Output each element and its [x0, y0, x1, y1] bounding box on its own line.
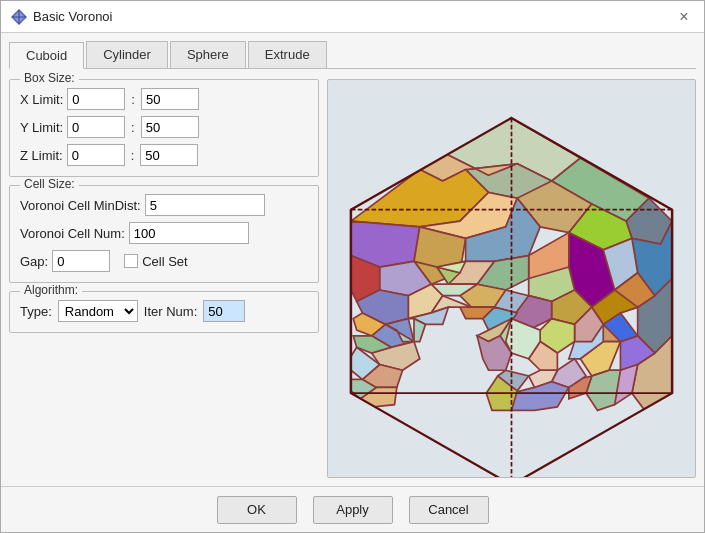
z-limit-row: Z Limit: :	[20, 144, 308, 166]
cellnum-label: Voronoi Cell Num:	[20, 226, 125, 241]
y-min-input[interactable]	[67, 116, 125, 138]
app-icon	[11, 9, 27, 25]
left-panel: Box Size: X Limit: : Y Limit: :	[9, 79, 319, 478]
ok-button[interactable]: OK	[217, 496, 297, 524]
iter-label: Iter Num:	[144, 304, 197, 319]
cell-size-group: Cell Size: Voronoi Cell MinDist: Voronoi…	[9, 185, 319, 283]
algorithm-label: Algorithm:	[20, 283, 82, 297]
tab-cuboid[interactable]: Cuboid	[9, 42, 84, 69]
x-limit-row: X Limit: :	[20, 88, 308, 110]
x-colon: :	[131, 92, 135, 107]
z-max-input[interactable]	[140, 144, 198, 166]
gap-input[interactable]	[52, 250, 110, 272]
x-min-input[interactable]	[67, 88, 125, 110]
y-max-input[interactable]	[141, 116, 199, 138]
z-limit-label: Z Limit:	[20, 148, 63, 163]
gap-row: Gap: Cell Set	[20, 250, 308, 272]
type-select[interactable]: Random Uniform Halton	[58, 300, 138, 322]
mindist-row: Voronoi Cell MinDist:	[20, 194, 308, 216]
apply-button[interactable]: Apply	[313, 496, 393, 524]
iter-input[interactable]	[203, 300, 245, 322]
y-colon: :	[131, 120, 135, 135]
cellset-label: Cell Set	[124, 254, 188, 269]
main-window: Basic Voronoi × Cuboid Cylinder Sphere E…	[0, 0, 705, 533]
title-bar-left: Basic Voronoi	[11, 9, 113, 25]
close-button[interactable]: ×	[674, 7, 694, 27]
x-limit-label: X Limit:	[20, 92, 63, 107]
title-bar: Basic Voronoi ×	[1, 1, 704, 33]
cellset-checkbox[interactable]	[124, 254, 138, 268]
z-min-input[interactable]	[67, 144, 125, 166]
y-limit-label: Y Limit:	[20, 120, 63, 135]
box-size-group: Box Size: X Limit: : Y Limit: :	[9, 79, 319, 177]
gap-label: Gap:	[20, 254, 48, 269]
mindist-input[interactable]	[145, 194, 265, 216]
z-colon: :	[131, 148, 135, 163]
main-area: Box Size: X Limit: : Y Limit: :	[9, 75, 696, 478]
tab-extrude[interactable]: Extrude	[248, 41, 327, 68]
cancel-button[interactable]: Cancel	[409, 496, 489, 524]
voronoi-preview-panel	[327, 79, 696, 478]
window-title: Basic Voronoi	[33, 9, 113, 24]
cellnum-row: Voronoi Cell Num:	[20, 222, 308, 244]
y-limit-row: Y Limit: :	[20, 116, 308, 138]
cellnum-input[interactable]	[129, 222, 249, 244]
tab-bar: Cuboid Cylinder Sphere Extrude	[9, 41, 696, 69]
mindist-label: Voronoi Cell MinDist:	[20, 198, 141, 213]
algorithm-row: Type: Random Uniform Halton Iter Num:	[20, 300, 308, 322]
footer: OK Apply Cancel	[1, 486, 704, 532]
box-size-label: Box Size:	[20, 71, 79, 85]
content-area: Cuboid Cylinder Sphere Extrude Box Size:…	[1, 33, 704, 486]
cell-size-label: Cell Size:	[20, 177, 79, 191]
tab-sphere[interactable]: Sphere	[170, 41, 246, 68]
voronoi-preview-svg	[328, 80, 695, 477]
type-label: Type:	[20, 304, 52, 319]
x-max-input[interactable]	[141, 88, 199, 110]
algorithm-group: Algorithm: Type: Random Uniform Halton I…	[9, 291, 319, 333]
tab-cylinder[interactable]: Cylinder	[86, 41, 168, 68]
